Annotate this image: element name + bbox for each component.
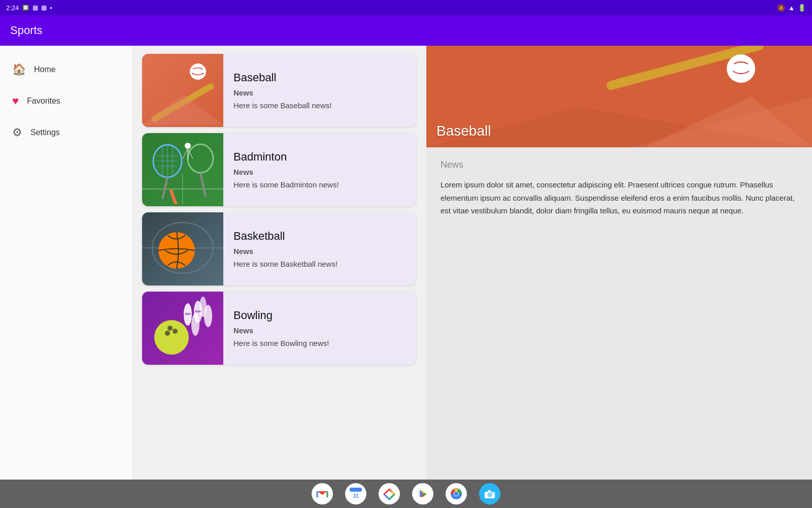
baseball-card[interactable]: Baseball News Here is some Baseball news… bbox=[142, 54, 416, 127]
svg-rect-19 bbox=[169, 189, 179, 204]
svg-point-22 bbox=[158, 232, 195, 269]
badminton-card-content: Badminton News Here is some Badminton ne… bbox=[223, 133, 349, 206]
favorites-icon: ♥ bbox=[12, 94, 19, 108]
dock-chrome[interactable] bbox=[446, 483, 467, 504]
status-left: 2:24 🔲 ▦ ▦ ● bbox=[6, 4, 52, 12]
basketball-card-content: Basketball News Here is some Basketball … bbox=[223, 212, 348, 285]
settings-icon: ⚙ bbox=[12, 126, 22, 139]
svg-point-38 bbox=[727, 54, 755, 83]
battery-icon: 🔋 bbox=[798, 4, 806, 12]
svg-point-30 bbox=[154, 320, 189, 355]
sports-list: Baseball News Here is some Baseball news… bbox=[132, 46, 426, 480]
basketball-news-label: News bbox=[233, 247, 337, 256]
sidebar-item-home[interactable]: 🏠 Home bbox=[0, 54, 132, 85]
svg-rect-43 bbox=[350, 488, 362, 492]
svg-rect-28 bbox=[185, 313, 191, 315]
svg-point-32 bbox=[173, 329, 178, 334]
svg-point-26 bbox=[191, 313, 199, 336]
dock-calendar[interactable]: 31 bbox=[345, 483, 366, 504]
badminton-card-image bbox=[142, 133, 223, 206]
bowling-card-image bbox=[142, 292, 223, 365]
bowling-news-label: News bbox=[233, 326, 329, 335]
sim-icon: 🔲 bbox=[22, 4, 29, 11]
svg-point-1 bbox=[190, 64, 206, 80]
svg-point-15 bbox=[185, 143, 191, 149]
grid-icon-1: ▦ bbox=[32, 4, 38, 11]
status-bar: 2:24 🔲 ▦ ▦ ● 🔕 ▲ 🔋 bbox=[0, 0, 812, 15]
detail-content: News Lorem ipsum dolor sit amet, consect… bbox=[426, 147, 812, 480]
svg-point-61 bbox=[492, 492, 494, 494]
svg-point-55 bbox=[454, 492, 458, 496]
svg-line-14 bbox=[200, 173, 206, 197]
sidebar-item-settings[interactable]: ⚙ Settings bbox=[0, 117, 132, 148]
dock-gmail[interactable] bbox=[312, 483, 333, 504]
svg-point-59 bbox=[488, 493, 491, 496]
app-title: Sports bbox=[10, 24, 43, 37]
sidebar-item-favorites[interactable]: ♥ Favorites bbox=[0, 85, 132, 117]
svg-line-16 bbox=[183, 149, 188, 158]
dock-camera[interactable] bbox=[479, 483, 500, 504]
app-bar: Sports bbox=[0, 15, 812, 46]
dot-icon: ● bbox=[50, 6, 52, 10]
sidebar: 🏠 Home ♥ Favorites ⚙ Settings bbox=[0, 46, 132, 480]
baseball-desc: Here is some Baseball news! bbox=[233, 101, 331, 110]
main-layout: 🏠 Home ♥ Favorites ⚙ Settings bbox=[0, 46, 812, 480]
bowling-desc: Here is some Bowling news! bbox=[233, 339, 329, 347]
svg-text:31: 31 bbox=[353, 493, 359, 499]
bottom-dock: 31 bbox=[0, 480, 812, 508]
basketball-desc: Here is some Basketball news! bbox=[233, 260, 337, 268]
bowling-card-content: Bowling News Here is some Bowling news! bbox=[223, 292, 339, 365]
badminton-news-label: News bbox=[233, 168, 339, 176]
bell-off-icon: 🔕 bbox=[777, 4, 785, 12]
svg-point-33 bbox=[167, 326, 173, 331]
svg-rect-29 bbox=[195, 310, 201, 312]
sidebar-settings-label: Settings bbox=[30, 128, 60, 137]
status-time: 2:24 bbox=[6, 4, 19, 12]
badminton-card[interactable]: Badminton News Here is some Badminton ne… bbox=[142, 133, 416, 206]
sidebar-home-label: Home bbox=[34, 65, 56, 74]
detail-title: Baseball bbox=[436, 123, 491, 139]
svg-point-13 bbox=[188, 144, 213, 173]
basketball-card[interactable]: Basketball News Here is some Basketball … bbox=[142, 212, 416, 285]
svg-point-48 bbox=[387, 492, 391, 496]
baseball-card-image bbox=[142, 54, 223, 127]
dock-play[interactable] bbox=[412, 483, 433, 504]
dock-photos[interactable] bbox=[379, 483, 400, 504]
wifi-icon: ▲ bbox=[788, 4, 795, 12]
home-icon: 🏠 bbox=[12, 63, 26, 76]
detail-news-label: News bbox=[441, 160, 798, 170]
status-right: 🔕 ▲ 🔋 bbox=[777, 4, 806, 12]
baseball-title: Baseball bbox=[233, 71, 331, 84]
bowling-title: Bowling bbox=[233, 309, 329, 322]
badminton-title: Badminton bbox=[233, 150, 339, 164]
detail-body: Lorem ipsum dolor sit amet, consectetur … bbox=[441, 178, 798, 217]
baseball-news-label: News bbox=[233, 88, 331, 97]
detail-header: Baseball bbox=[426, 46, 812, 147]
basketball-title: Basketball bbox=[233, 230, 337, 243]
sidebar-favorites-label: Favorites bbox=[27, 97, 60, 106]
svg-rect-60 bbox=[488, 490, 491, 492]
svg-marker-2 bbox=[142, 94, 223, 125]
grid-icon-2: ▦ bbox=[41, 4, 47, 11]
detail-panel: Baseball News Lorem ipsum dolor sit amet… bbox=[426, 46, 812, 480]
svg-point-27 bbox=[199, 297, 207, 317]
basketball-card-image bbox=[142, 212, 223, 285]
svg-point-31 bbox=[165, 331, 170, 336]
svg-line-6 bbox=[162, 177, 167, 199]
bowling-card[interactable]: Bowling News Here is some Bowling news! bbox=[142, 292, 416, 365]
baseball-card-content: Baseball News Here is some Baseball news… bbox=[223, 54, 342, 127]
badminton-desc: Here is some Badminton news! bbox=[233, 180, 339, 189]
